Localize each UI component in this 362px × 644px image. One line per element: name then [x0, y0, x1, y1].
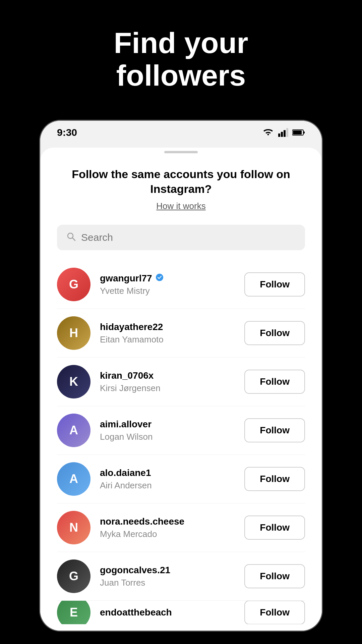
status-icons: [262, 128, 305, 137]
battery-icon: [292, 129, 305, 136]
list-item: Aaimi.alloverLogan WilsonFollow: [57, 406, 305, 455]
follow-button[interactable]: Follow: [244, 564, 305, 588]
list-item: Kkiran_0706xKirsi JørgensenFollow: [57, 358, 305, 406]
svg-line-8: [73, 238, 75, 240]
username-label: alo.daiane1: [100, 468, 151, 478]
user-info: kiran_0706xKirsi Jørgensen: [100, 370, 244, 393]
list-item: Aalo.daiane1Airi AndersenFollow: [57, 455, 305, 503]
svg-rect-5: [303, 131, 305, 133]
follow-button[interactable]: Follow: [244, 321, 305, 345]
user-info: alo.daiane1Airi Andersen: [100, 468, 244, 491]
display-name-label: Myka Mercado: [100, 529, 244, 539]
search-bar[interactable]: [57, 225, 305, 250]
username-label: gogoncalves.21: [100, 565, 170, 576]
svg-rect-6: [293, 130, 302, 135]
avatar: H: [57, 316, 90, 350]
display-name-label: Eitan Yamamoto: [100, 334, 244, 345]
avatar: A: [57, 414, 90, 447]
user-info: endoatthebeach: [100, 607, 244, 618]
verified-badge: [156, 273, 164, 283]
sheet-header: Follow the same accounts you follow on I…: [40, 153, 322, 218]
user-info: gwangurl77Yvette Mistry: [100, 273, 244, 296]
avatar: G: [57, 559, 90, 593]
svg-rect-0: [278, 133, 280, 137]
username-label: kiran_0706x: [100, 370, 154, 381]
avatar: N: [57, 511, 90, 544]
follow-button[interactable]: Follow: [244, 467, 305, 491]
status-time: 9:30: [57, 127, 77, 138]
username-label: aimi.allover: [100, 419, 152, 430]
follow-button[interactable]: Follow: [244, 601, 305, 624]
username-label: gwangurl77: [100, 273, 152, 284]
follow-button[interactable]: Follow: [244, 272, 305, 297]
how-it-works-link[interactable]: How it works: [57, 201, 305, 211]
follow-button[interactable]: Follow: [244, 516, 305, 540]
user-info: hidayathere22Eitan Yamamoto: [100, 322, 244, 345]
svg-rect-2: [284, 130, 286, 137]
user-info: nora.needs.cheeseMyka Mercado: [100, 516, 244, 539]
wifi-icon: [262, 128, 274, 137]
svg-rect-3: [286, 128, 288, 137]
user-info: gogoncalves.21Juan Torres: [100, 565, 244, 588]
svg-point-7: [68, 233, 73, 238]
drag-indicator: [164, 151, 198, 153]
display-name-label: Airi Andersen: [100, 480, 244, 491]
svg-rect-1: [281, 132, 283, 137]
username-label: endoatthebeach: [100, 607, 172, 618]
avatar: G: [57, 268, 90, 301]
follow-button[interactable]: Follow: [244, 370, 305, 394]
follow-button[interactable]: Follow: [244, 418, 305, 442]
search-input[interactable]: [81, 232, 296, 243]
username-label: hidayathere22: [100, 322, 163, 332]
svg-point-9: [156, 274, 163, 281]
display-name-label: Logan Wilson: [100, 432, 244, 442]
display-name-label: Yvette Mistry: [100, 286, 244, 296]
avatar: E: [57, 601, 90, 624]
list-item: Ggogoncalves.21Juan TorresFollow: [57, 552, 305, 601]
status-bar: 9:30: [40, 121, 322, 144]
list-item: EendoatthebeachFollow: [57, 601, 305, 624]
avatar: A: [57, 462, 90, 496]
sheet-title: Follow the same accounts you follow on I…: [57, 167, 305, 196]
background-title: Find your followers: [0, 27, 362, 92]
avatar: K: [57, 365, 90, 398]
sheet-content: Follow the same accounts you follow on I…: [40, 148, 322, 631]
phone-frame: 9:30: [40, 121, 322, 631]
list-item: Ggwangurl77Yvette MistryFollow: [57, 260, 305, 309]
user-info: aimi.alloverLogan Wilson: [100, 419, 244, 442]
search-icon: [66, 232, 76, 244]
list-item: Hhidayathere22Eitan YamamotoFollow: [57, 309, 305, 358]
user-list: Ggwangurl77Yvette MistryFollowHhidayathe…: [40, 260, 322, 624]
display-name-label: Juan Torres: [100, 578, 244, 588]
list-item: Nnora.needs.cheeseMyka MercadoFollow: [57, 503, 305, 552]
display-name-label: Kirsi Jørgensen: [100, 383, 244, 393]
signal-icon: [278, 128, 288, 137]
username-label: nora.needs.cheese: [100, 516, 184, 527]
